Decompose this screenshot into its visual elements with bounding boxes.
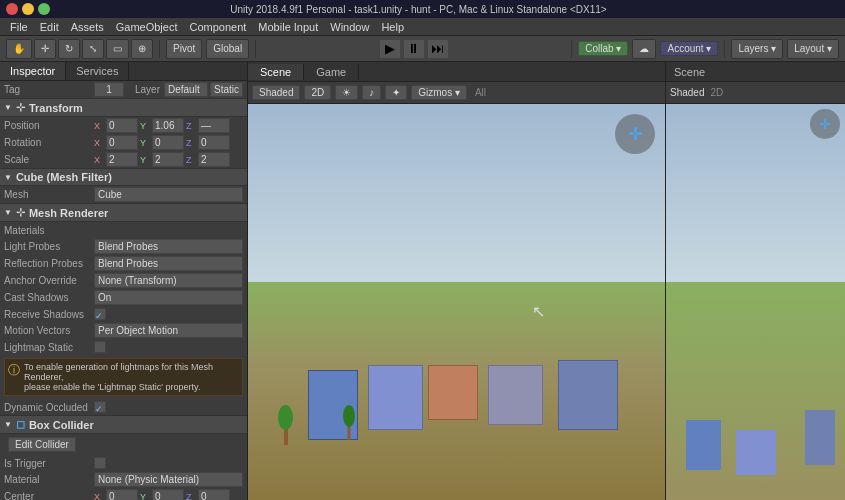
scale-tool[interactable]: ⤡ [82,39,104,59]
position-label: Position [4,120,94,131]
info-icon: ⓘ [8,362,20,379]
mesh-renderer-icon: ⊹ [16,206,25,219]
sep4 [724,40,725,58]
cast-shadows-dropdown[interactable]: On [94,290,243,305]
building-3 [428,365,478,420]
lightmap-static-row: Lightmap Static [0,339,247,355]
right-shading-label: Shaded [670,87,704,98]
anchor-override-dropdown[interactable]: None (Transform) [94,273,243,288]
reflection-probes-dropdown[interactable]: Blend Probes [94,256,243,271]
position-x[interactable] [106,118,138,133]
scale-x[interactable] [106,152,138,167]
window-controls [6,3,50,15]
menu-help[interactable]: Help [375,21,410,33]
right-scene-viewport[interactable]: ✛ [666,104,845,500]
close-button[interactable] [6,3,18,15]
static-toggle[interactable]: Static [210,82,243,97]
cloud-button[interactable]: ☁ [632,39,656,59]
menu-assets[interactable]: Assets [65,21,110,33]
rect-tool[interactable]: ▭ [106,39,129,59]
maximize-button[interactable] [38,3,50,15]
cast-shadows-label: Cast Shadows [4,292,94,303]
edit-collider-button[interactable]: Edit Collider [8,437,76,452]
building-2 [368,365,423,430]
position-z[interactable] [198,118,230,133]
lightmap-static-checkbox[interactable] [94,341,106,353]
mesh-renderer-section[interactable]: ▼ ⊹ Mesh Renderer [0,203,247,222]
toolbar: ✋ ✛ ↻ ⤡ ▭ ⊕ Pivot Global ▶ ⏸ ⏭ Collab ▾ … [0,36,845,62]
center-x[interactable] [106,489,138,500]
rotation-z[interactable] [198,135,230,150]
mesh-row: Mesh Cube [0,186,247,203]
scene-viewport[interactable]: ↖ ✛ [248,104,665,500]
account-button[interactable]: Account ▾ [660,41,718,56]
move-tool[interactable]: ✛ [34,39,56,59]
center-y[interactable] [152,489,184,500]
collab-button[interactable]: Collab ▾ [578,41,628,56]
dynamic-occluded-label: Dynamic Occluded [4,402,94,413]
minimize-button[interactable] [22,3,34,15]
inspector-panel: Inspector Services Tag 1 Layer Default S… [0,62,248,500]
rotation-y[interactable] [152,135,184,150]
tag-value[interactable]: 1 [94,82,124,97]
center-xyz: X Y Z [94,489,230,500]
building-5 [558,360,618,430]
right-gizmo: ✛ [810,109,840,139]
edit-collider-row: Edit Collider [0,434,247,455]
tab-inspector[interactable]: Inspector [0,62,66,80]
menu-file[interactable]: File [4,21,34,33]
receive-shadows-checkbox[interactable] [94,308,106,320]
tab-scene[interactable]: Scene [248,64,304,80]
titlebar: Unity 2018.4.9f1 Personal - task1.unity … [0,0,845,18]
transform-tool[interactable]: ⊕ [131,39,153,59]
menu-mobile-input[interactable]: Mobile Input [252,21,324,33]
motion-vectors-dropdown[interactable]: Per Object Motion [94,323,243,338]
menu-component[interactable]: Component [183,21,252,33]
light-probes-dropdown[interactable]: Blend Probes [94,239,243,254]
material-row: Material None (Physic Material) [0,471,247,488]
gizmos-button[interactable]: Gizmos ▾ [411,85,467,100]
layer-value[interactable]: Default [164,82,208,97]
scene-tab-bar: Scene Game [248,62,665,82]
tag-layer-row: Tag 1 Layer Default Static [0,81,247,98]
rotate-tool[interactable]: ↻ [58,39,80,59]
center-z[interactable] [198,489,230,500]
transform-icon: ⊹ [16,101,25,114]
pivot-button[interactable]: Pivot [166,39,202,59]
play-button[interactable]: ▶ [379,39,401,59]
rotation-x[interactable] [106,135,138,150]
menu-window[interactable]: Window [324,21,375,33]
scale-z[interactable] [198,152,230,167]
material-value[interactable]: None (Physic Material) [94,472,243,487]
layout-button[interactable]: Layout ▾ [787,39,839,59]
receive-shadows-label: Receive Shadows [4,309,94,320]
pause-button[interactable]: ⏸ [403,39,425,59]
lightmap-note-text: To enable generation of lightmaps for th… [24,362,239,392]
lights-button[interactable]: ☀ [335,85,358,100]
menubar: File Edit Assets GameObject Component Mo… [0,18,845,36]
tab-services[interactable]: Services [66,62,129,80]
step-button[interactable]: ⏭ [427,39,449,59]
hand-tool[interactable]: ✋ [6,39,32,59]
global-button[interactable]: Global [206,39,249,59]
transform-section[interactable]: ▼ ⊹ Transform [0,98,247,117]
position-y[interactable] [152,118,184,133]
fx-button[interactable]: ✦ [385,85,407,100]
mesh-value[interactable]: Cube [94,187,243,202]
center-label: Center [4,491,94,500]
is-trigger-checkbox[interactable] [94,457,106,469]
menu-edit[interactable]: Edit [34,21,65,33]
audio-button[interactable]: ♪ [362,85,381,100]
2d-button[interactable]: 2D [304,85,331,100]
layers-button[interactable]: Layers ▾ [731,39,783,59]
scale-row: Scale X Y Z [0,151,247,168]
box-collider-section[interactable]: ▼ ◻ Box Collider [0,415,247,434]
cast-shadows-row: Cast Shadows On [0,289,247,306]
tab-game[interactable]: Game [304,64,359,80]
menu-gameobject[interactable]: GameObject [110,21,184,33]
shading-dropdown[interactable]: Shaded [252,85,300,100]
scale-y[interactable] [152,152,184,167]
mesh-filter-section[interactable]: ▼ Cube (Mesh Filter) [0,168,247,186]
dynamic-occluded-checkbox[interactable] [94,401,106,413]
play-controls: ▶ ⏸ ⏭ [262,39,565,59]
